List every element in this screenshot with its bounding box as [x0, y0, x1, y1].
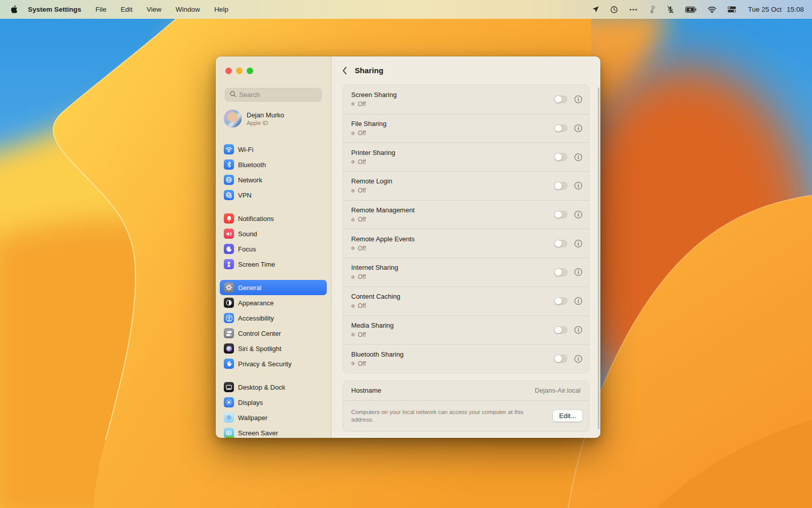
info-icon[interactable] — [574, 153, 583, 162]
service-controls — [554, 210, 583, 219]
avatar — [224, 110, 242, 128]
status-hook-icon[interactable] — [649, 6, 656, 14]
page-title: Sharing — [355, 66, 384, 75]
info-icon[interactable] — [574, 95, 583, 104]
sidebar-item-notifications[interactable]: Notifications — [220, 211, 327, 226]
sidebar-item-screen-time[interactable]: Screen Time — [220, 257, 327, 272]
sidebar-item-desktop-dock[interactable]: Desktop & Dock — [220, 379, 327, 395]
zoom-button[interactable] — [247, 68, 253, 74]
search-input[interactable] — [239, 91, 317, 99]
sidebar-item-label: Displays — [238, 399, 263, 406]
sidebar-item-sound[interactable]: Sound — [220, 226, 327, 241]
content-pane: Sharing Screen Sharing Off — [331, 56, 600, 438]
sidebar-item-bluetooth[interactable]: Bluetooth — [220, 157, 327, 172]
sharing-service-row: Remote Apple Events Off — [343, 229, 589, 258]
service-controls — [554, 326, 583, 334]
speaker-icon — [224, 229, 234, 239]
menubar-app-name[interactable]: System Settings — [28, 6, 81, 13]
menu-edit[interactable]: Edit — [121, 6, 132, 13]
service-name: Printer Sharing — [351, 149, 395, 156]
service-toggle[interactable] — [554, 297, 567, 305]
service-status: Off — [351, 216, 415, 223]
sidebar-item-accessibility[interactable]: Accessibility — [220, 310, 327, 326]
service-toggle[interactable] — [554, 211, 567, 219]
sidebar-item-network[interactable]: Network — [220, 172, 327, 187]
info-icon[interactable] — [574, 124, 583, 133]
minimize-button[interactable] — [236, 68, 243, 74]
menubar-clock[interactable]: Tue 25 Oct 15:08 — [748, 6, 804, 13]
sidebar-item-appearance[interactable]: Appearance — [220, 295, 327, 310]
sidebar-item-privacy-security[interactable]: Privacy & Security — [220, 356, 327, 371]
menu-view[interactable]: View — [147, 6, 161, 13]
menu-window[interactable]: Window — [176, 6, 200, 13]
service-status: Off — [351, 158, 395, 166]
service-toggle[interactable] — [554, 96, 567, 104]
status-text: Off — [358, 360, 366, 367]
info-icon[interactable] — [574, 181, 583, 190]
content-header: Sharing — [331, 56, 600, 84]
battery-charging-icon[interactable] — [685, 6, 697, 13]
sidebar-item-control-center[interactable]: Control Center — [220, 326, 327, 341]
service-toggle[interactable] — [554, 268, 567, 276]
sidebar-item-vpn[interactable]: VPN — [220, 187, 327, 203]
status-dot-icon — [351, 132, 355, 135]
service-controls — [554, 355, 583, 363]
service-toggle[interactable] — [554, 153, 567, 161]
service-toggle[interactable] — [554, 355, 567, 363]
bluetooth-icon — [224, 160, 234, 170]
info-icon[interactable] — [574, 326, 583, 334]
sidebar-item-focus[interactable]: Focus — [220, 241, 327, 257]
back-button[interactable] — [341, 66, 348, 75]
info-icon[interactable] — [574, 297, 583, 305]
sharing-service-row: Remote Login Off — [343, 171, 589, 200]
service-text: Remote Apple Events Off — [351, 235, 415, 252]
service-name: Remote Management — [351, 206, 415, 214]
info-icon[interactable] — [574, 210, 583, 219]
recent-items-icon[interactable] — [610, 6, 618, 14]
status-dot-icon — [351, 160, 355, 164]
info-icon[interactable] — [574, 239, 583, 248]
status-dot-icon — [351, 102, 355, 106]
microphone-muted-icon[interactable] — [666, 6, 674, 14]
search-field[interactable] — [225, 88, 322, 102]
sharing-service-row: Content Caching Off — [343, 287, 589, 315]
service-toggle[interactable] — [554, 124, 567, 133]
menu-file[interactable]: File — [95, 6, 107, 13]
sidebar-item-wifi[interactable]: Wi-Fi — [220, 142, 327, 157]
control-center-icon[interactable] — [727, 6, 736, 13]
toggle-knob — [555, 355, 562, 362]
menu-help[interactable]: Help — [214, 6, 228, 13]
sidebar-item-wallpaper[interactable]: Wallpaper — [220, 410, 327, 425]
close-button[interactable] — [225, 68, 232, 74]
service-text: Remote Login Off — [351, 177, 392, 194]
profile-row[interactable]: Dejan Murko Apple ID — [216, 102, 331, 128]
status-text: Off — [358, 331, 366, 338]
sidebar-item-general[interactable]: General — [220, 280, 327, 295]
wifi-status-icon[interactable] — [707, 6, 717, 13]
sidebar-item-displays[interactable]: Displays — [220, 395, 327, 410]
control-center-toggles-icon — [224, 328, 234, 338]
info-icon[interactable] — [574, 268, 583, 276]
hostname-value: Dejans-Air.local — [535, 387, 581, 394]
more-status-icon[interactable] — [629, 6, 638, 14]
sidebar-item-label: VPN — [238, 192, 252, 199]
service-name: Bluetooth Sharing — [351, 351, 403, 358]
apple-menu-icon[interactable] — [10, 5, 18, 14]
sidebar-item-siri-spotlight[interactable]: Siri & Spotlight — [220, 341, 327, 356]
status-text: Off — [358, 101, 366, 108]
service-toggle[interactable] — [554, 326, 567, 334]
sidebar-item-label: Wallpaper — [238, 414, 267, 422]
scrollbar[interactable] — [598, 87, 599, 429]
location-icon[interactable] — [592, 6, 599, 13]
edit-hostname-button[interactable]: Edit... — [553, 410, 583, 422]
info-icon[interactable] — [574, 355, 583, 363]
sidebar-nav: Wi-Fi Bluetooth Network VPN — [216, 142, 331, 438]
menubar-time: 15:08 — [787, 6, 804, 13]
service-toggle[interactable] — [554, 240, 567, 248]
search-icon — [229, 90, 236, 100]
service-toggle[interactable] — [554, 182, 567, 190]
hostname-description: Computers on your local network can acce… — [351, 408, 526, 424]
sidebar-item-screen-saver[interactable]: Screen Saver — [220, 425, 327, 438]
toggle-knob — [555, 298, 562, 305]
moon-icon — [224, 244, 234, 254]
